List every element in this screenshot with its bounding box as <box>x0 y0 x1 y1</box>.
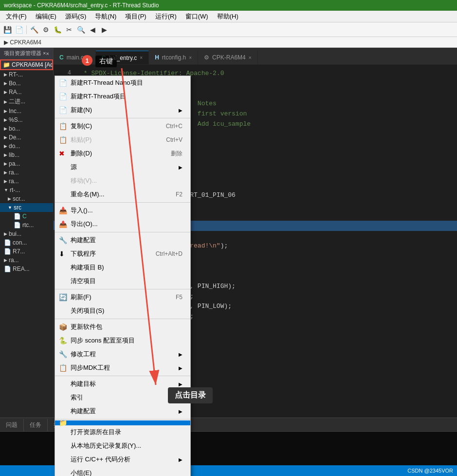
toolbar-arrow-left[interactable]: ◀ <box>87 24 98 35</box>
ctx-open-dir[interactable]: 📁 <box>55 420 190 425</box>
ctx-rename[interactable]: 重命名(M)... F2 <box>55 188 190 201</box>
menu-window[interactable]: 窗口(W) <box>182 11 212 22</box>
sidebar-item-6[interactable]: ▶bo... <box>0 124 53 133</box>
sidebar-item-10[interactable]: ▶pa... <box>0 159 53 168</box>
ctx-import[interactable]: 📥 导入()... <box>55 204 190 217</box>
ctx-build-config-label: 构建配置 <box>71 236 96 245</box>
sidebar-item-1[interactable]: ▶Bo... <box>0 79 53 88</box>
menu-source[interactable]: 源码(S) <box>61 11 90 22</box>
sidebar-root-label: CPKRA6M4 [Active - Debu...] <box>12 61 53 68</box>
ctx-build-config-2[interactable]: 构建配置 ▶ <box>55 404 190 418</box>
sidebar-item-17[interactable]: 📄 rtc... <box>0 221 53 229</box>
ctx-delete-label: 删除(D) <box>71 149 92 158</box>
ctx-restore-local[interactable]: 打开资源所在目录 <box>55 425 190 439</box>
ctx-new-rt-icon: 📄 <box>59 93 67 100</box>
ctx-source[interactable]: 源 ▶ <box>55 160 190 174</box>
toolbar-scissors[interactable]: ✂ <box>64 24 74 35</box>
ctx-download-shortcut: Ctrl+Alt+D <box>156 250 183 257</box>
sidebar-item-4[interactable]: ▶Inc... <box>0 107 53 115</box>
sidebar-label-4: Inc... <box>9 108 21 114</box>
sidebar-label-17: rtc... <box>22 222 34 228</box>
toolbar-new[interactable]: 📄 <box>14 24 24 35</box>
tree-icon-18: ▶ <box>4 231 7 236</box>
sidebar-item-8[interactable]: ▶do... <box>0 142 53 151</box>
menu-help[interactable]: 帮助(H) <box>213 11 242 22</box>
ctx-new-nano[interactable]: 📄 新建RT-Thread Nano项目 <box>55 76 190 90</box>
sidebar-item-22[interactable]: 📄 REA... <box>0 265 53 273</box>
tab-close-1[interactable]: × <box>140 55 143 60</box>
toolbar-search[interactable]: 🔍 <box>75 24 86 35</box>
tab-close-2[interactable]: × <box>189 55 192 60</box>
ctx-download[interactable]: ⬇ 下载程序 Ctrl+Alt+D <box>55 247 190 261</box>
ctx-clean[interactable]: 清空项目 <box>55 274 190 288</box>
sidebar-label-20: R7... <box>13 248 25 255</box>
sidebar-item-11[interactable]: ▶ra... <box>0 168 53 177</box>
sidebar-item-9[interactable]: ▶lib... <box>0 151 53 159</box>
sidebar-label-14: scr... <box>13 195 25 202</box>
tooltip-text: 点击目录 <box>175 391 206 399</box>
sidebar-item-15[interactable]: ▼src <box>0 203 53 212</box>
sidebar-item-21[interactable]: ▶ra... <box>0 256 53 265</box>
toolbar-save[interactable]: 💾 <box>2 24 13 35</box>
ctx-export[interactable]: 📤 导出(O)... <box>55 217 190 231</box>
ctx-new-rt[interactable]: 📄 新建RT-Thread项目 <box>55 90 190 103</box>
ctx-sync-scons[interactable]: 🐍 同步 scons 配置至项目 <box>55 334 190 347</box>
tree-icon-14: ▶ <box>8 196 11 201</box>
sidebar-item-3[interactable]: ▶二进... <box>0 96 53 107</box>
ctx-paste: 📋 粘贴(P) Ctrl+V <box>55 133 190 147</box>
sidebar-label-18: bui... <box>9 230 21 237</box>
sidebar-item-20[interactable]: 📄 R7... <box>0 247 53 256</box>
ctx-new[interactable]: 📄 新建(N) ▶ <box>55 103 190 117</box>
ctx-group[interactable]: 运行 C/C++ 代码分析 ▶ <box>55 453 190 466</box>
tree-icon-7: ▶ <box>4 135 7 140</box>
sidebar-root[interactable]: 📁 CPKRA6M4 [Active - Debu...] <box>0 59 53 70</box>
ctx-rename-label: 重命名(M)... <box>71 190 104 199</box>
sidebar-label-22: REA... <box>13 266 30 272</box>
ctx-refresh[interactable]: 🔄 刷新(F) F5 <box>55 290 190 304</box>
sidebar-item-2[interactable]: ▶RA... <box>0 88 53 96</box>
sidebar-item-7[interactable]: ▶De... <box>0 133 53 142</box>
toolbar-settings[interactable]: ⚙ <box>40 24 51 35</box>
sidebar-item-16[interactable]: 📄 C <box>0 212 53 221</box>
badge-1-text: 1 <box>85 57 89 64</box>
ctx-run-analysis[interactable]: 从本地历史记录复原(Y)... <box>55 439 190 453</box>
ctx-update-pkg[interactable]: 📦 更新软件包 <box>55 320 190 334</box>
menu-nav[interactable]: 导航(N) <box>91 11 120 22</box>
toolbar-build[interactable]: 🔨 <box>29 24 39 35</box>
sidebar-item-12[interactable]: ▶ra... <box>0 177 53 186</box>
ctx-fix-project[interactable]: 🔧 修改工程 ▶ <box>55 347 190 361</box>
ctx-source-arrow: ▶ <box>179 165 183 170</box>
menu-edit[interactable]: 编辑(E) <box>32 11 60 22</box>
ctx-sep-6 <box>55 376 190 376</box>
ctx-compare[interactable]: 小组(E) <box>55 466 190 476</box>
ctx-build-project[interactable]: 构建项目 B) <box>55 261 190 274</box>
sidebar-label-11: ra... <box>9 169 19 176</box>
sidebar-item-19[interactable]: 📄 con... <box>0 238 53 247</box>
breadcrumb: ▶ CPKRA6M4 <box>4 39 41 46</box>
tree-icon-13: ▼ <box>4 188 8 192</box>
ctx-copy[interactable]: 📋 复制(C) Ctrl+C <box>55 119 190 133</box>
sidebar-close[interactable]: × <box>46 51 49 57</box>
toolbar-arrow-right[interactable]: ▶ <box>99 24 110 35</box>
menu-project[interactable]: 项目(P) <box>121 11 150 22</box>
toolbar-debug[interactable]: 🐛 <box>52 24 63 35</box>
ctx-close-project[interactable]: 关闭项目(S) <box>55 304 190 318</box>
tree-icon: ▶ <box>4 72 7 77</box>
menu-run[interactable]: 运行(R) <box>151 11 181 22</box>
tab-close-3[interactable]: × <box>249 55 252 60</box>
sidebar-header: 项目资源管理器 × × <box>0 48 53 59</box>
tab-cpk-ra6m4[interactable]: ⚙ CPK-RA6M4 × <box>198 51 258 64</box>
ctx-copy-icon: 📋 <box>59 122 67 130</box>
menu-file[interactable]: 文件(F) <box>2 11 31 22</box>
sidebar-item-5[interactable]: ▶%S... <box>0 115 53 124</box>
sidebar-item-13[interactable]: ▼rt-... <box>0 186 53 194</box>
sidebar-item-18[interactable]: ▶bui... <box>0 229 53 238</box>
ctx-build-config[interactable]: 🔧 构建配置 <box>55 233 190 247</box>
sidebar-item-14[interactable]: ▶scr... <box>0 194 53 203</box>
ctx-delete[interactable]: ✖ 删除(D) 删除 <box>55 147 190 160</box>
toolbar: 💾 📄 🔨 ⚙ 🐛 ✂ 🔍 ◀ ▶ <box>0 22 457 37</box>
tab-rtconfig-h[interactable]: H rtconfig.h × <box>149 51 198 64</box>
ctx-rename-shortcut: F2 <box>176 191 183 198</box>
sidebar-item-0[interactable]: ▶RT-... <box>0 70 53 79</box>
ctx-sync-mdk[interactable]: 📋 同步MDK工程 ▶ <box>55 361 190 375</box>
